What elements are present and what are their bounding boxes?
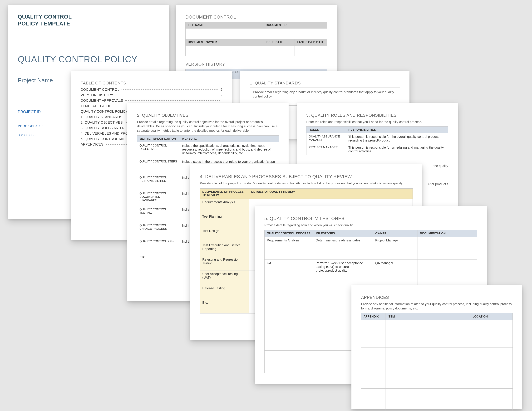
milestones-text: Provide details regarding how and when y… [264, 223, 477, 227]
table-row [361, 375, 513, 389]
table-row: QUALITY ASSURANCE MANAGERThis person is … [306, 133, 448, 144]
objectives-heading: 2. QUALITY OBJECTIVES [137, 113, 279, 118]
roles-heading: 3. QUALITY ROLES AND RESPONSIBILITIES [306, 113, 448, 118]
th-item: ITEM [385, 313, 470, 320]
roles-table: ROLES RESPONSIBILITIES QUALITY ASSURANCE… [306, 126, 448, 155]
toc-heading: TABLE OF CONTENTS [81, 81, 222, 86]
th-file-name: FILE NAME [186, 22, 263, 28]
roles-cut-1: the quality [426, 162, 448, 170]
appendices-text: Provide any additional information relat… [361, 302, 513, 311]
objectives-text: Provide details regarding the quality co… [137, 120, 279, 133]
th-milestones: MILESTONES [314, 230, 373, 237]
toc-page: 2 [220, 87, 222, 92]
th-responsibilities: RESPONSIBILITIES [346, 127, 448, 133]
toc-label: DOCUMENT APPROVALS [81, 98, 123, 103]
th-owner: OWNER [373, 230, 418, 237]
toc-label: DOCUMENT CONTROL [81, 87, 119, 92]
version-history-heading: VERSION HISTORY [185, 62, 327, 67]
th-roles: ROLES [306, 127, 346, 133]
table-row [361, 361, 513, 375]
doc-control-heading: DOCUMENT CONTROL [185, 15, 327, 20]
cover-small-title-1: QUALITY CONTROL [18, 14, 160, 20]
milestones-heading: 5. QUALITY CONTROL MILESTONES [264, 216, 477, 221]
th-location: LOCATION [470, 313, 513, 320]
toc-label: TEMPLATE GUIDE [81, 104, 111, 108]
th-deliverable: DELIVERABLE OR PROCESS TO REVIEW [200, 188, 249, 199]
toc-label: APPENDICES [81, 142, 104, 147]
standards-text: Provide details regarding any product or… [253, 90, 397, 99]
th-measure: MEASURE [180, 136, 279, 142]
toc-label: QUALITY CONTROL POLICY [81, 109, 128, 114]
table-row: QUALITY CONTROL OBJECTIVESInclude the sp… [137, 142, 279, 158]
th-appendix: APPENDIX [361, 313, 385, 320]
toc-label: 5. QUALITY CONTROL MILE [81, 137, 127, 141]
toc-label: 1. QUALITY STANDARDS [81, 115, 122, 119]
table-row [361, 320, 513, 334]
th-last-saved: LAST SAVED DATE [294, 39, 327, 46]
doc-control-table: FILE NAME DOCUMENT ID DOCUMENT OWNER ISS… [185, 22, 327, 56]
roles-cut-2: ct or product's [421, 180, 448, 188]
th-review-details: DETAILS OF QUALITY REVIEW [249, 188, 413, 199]
standards-heading: 1. QUALITY STANDARDS [250, 81, 400, 86]
th-metric: METRIC / SPECIFICATION [137, 136, 180, 142]
toc-label: 2. QUALITY OBJECTIVES [81, 120, 123, 125]
deliverables-heading: 4. DELIVERABLES AND PROCESSES SUBJECT TO… [200, 174, 413, 179]
th-process: QUALITY CONTROL PROCESS [265, 230, 314, 237]
table-row [361, 389, 513, 402]
page-appendices: APPENDICES Provide any additional inform… [352, 285, 522, 409]
th-doc-id: DOCUMENT ID [263, 22, 327, 28]
table-row: UATPerform 1-week user acceptance testin… [265, 260, 477, 282]
toc-row: DOCUMENT CONTROL2 [81, 87, 222, 92]
table-row: Requirements AnalysisDetermine test read… [265, 237, 477, 260]
toc-row: VERSION HISTORY2 [81, 93, 222, 97]
toc-label: VERSION HISTORY [81, 93, 113, 97]
deliverables-text: Provide a list of the project or product… [200, 181, 413, 186]
th-documentation: DOCUMENTATION [418, 230, 477, 237]
table-row [361, 334, 513, 347]
th-issue-date: ISSUE DATE [263, 39, 294, 46]
document-stage: QUALITY CONTROL POLICY TEMPLATE QUALITY … [0, 0, 532, 411]
table-row [361, 347, 513, 361]
appendices-table: APPENDIX ITEM LOCATION [361, 313, 513, 411]
appendices-heading: APPENDICES [361, 295, 513, 300]
th-owner: DOCUMENT OWNER [186, 39, 263, 46]
cover-small-title-2: POLICY TEMPLATE [18, 20, 160, 27]
toc-page: 2 [220, 93, 222, 97]
toc-row: DOCUMENT APPROVALS [81, 98, 222, 103]
toc-label: 4. DELIVERABLES AND PRO [81, 131, 128, 136]
cover-big-title: QUALITY CONTROL POLICY [18, 54, 160, 64]
table-row: PROJECT MANAGERThis person is responsibl… [306, 144, 448, 155]
table-row [361, 402, 513, 411]
toc-label: 3. QUALITY ROLES AND RE [81, 126, 127, 130]
roles-text: Enter the roles and responsibilities tha… [306, 120, 448, 124]
